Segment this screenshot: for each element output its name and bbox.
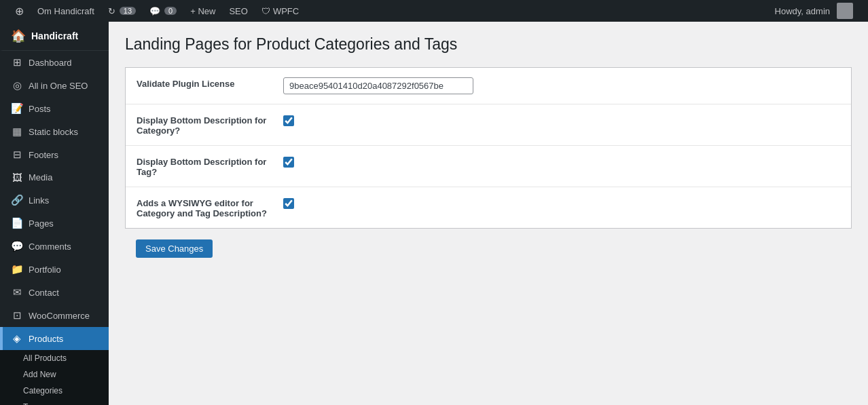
settings-form: Validate Plugin License Display Bottom D… bbox=[125, 67, 852, 229]
sidebar-item-label: Pages bbox=[29, 218, 54, 229]
tag-desc-checkbox[interactable] bbox=[283, 157, 294, 168]
sidebar-item-woocommerce[interactable]: ⊡ WooCommerce bbox=[0, 304, 109, 327]
sidebar-site-name[interactable]: 🏠 Handicraft bbox=[0, 22, 109, 51]
sidebar-item-label: All in One SEO bbox=[29, 81, 88, 91]
license-input[interactable] bbox=[283, 77, 473, 94]
settings-control-license bbox=[283, 77, 840, 94]
pages-icon: 📄 bbox=[11, 217, 23, 229]
comments-icon: 💬 bbox=[149, 6, 160, 16]
adminbar-wpfc[interactable]: 🛡 WPFC bbox=[255, 0, 306, 22]
sidebar-item-label: Static blocks bbox=[29, 127, 78, 137]
wysiwyg-checkbox[interactable] bbox=[283, 198, 294, 209]
adminbar-wp-icon[interactable]: ⊕ bbox=[8, 0, 31, 22]
posts-icon: 📝 bbox=[11, 102, 23, 115]
sidebar-item-label: Posts bbox=[29, 104, 51, 114]
static-blocks-icon: ▦ bbox=[11, 126, 23, 138]
links-icon: 🔗 bbox=[11, 194, 23, 206]
site-name-text: Om Handicraft bbox=[37, 6, 94, 16]
sidebar: 🏠 Handicraft ⊞ Dashboard ◎ All in One SE… bbox=[0, 22, 109, 405]
woocommerce-icon: ⊡ bbox=[11, 309, 23, 322]
category-desc-checkbox[interactable] bbox=[283, 115, 294, 126]
admin-bar: ⊕ Om Handicraft ↻ 13 💬 0 + New SEO 🛡 WPF… bbox=[0, 0, 868, 22]
adminbar-site-name[interactable]: Om Handicraft bbox=[31, 0, 101, 22]
save-changes-button[interactable]: Save Changes bbox=[136, 239, 213, 258]
adminbar-user[interactable]: Howdy, admin bbox=[768, 0, 860, 22]
main-content: Landing Pages for Product Categories and… bbox=[109, 22, 868, 405]
sidebar-item-label: Media bbox=[29, 172, 52, 182]
adminbar-seo[interactable]: SEO bbox=[222, 0, 254, 22]
submenu-tags[interactable]: Tags bbox=[0, 399, 109, 405]
sidebar-item-label: Comments bbox=[29, 242, 71, 252]
comments-icon: 💬 bbox=[11, 240, 23, 252]
submenu-label: All Products bbox=[23, 353, 67, 363]
sidebar-item-allinone-seo[interactable]: ◎ All in One SEO bbox=[0, 74, 109, 97]
sidebar-item-contact[interactable]: ✉ Contact bbox=[0, 281, 109, 304]
sidebar-item-label: Products bbox=[29, 334, 63, 344]
comments-count: 0 bbox=[164, 7, 177, 15]
settings-row-tag-desc: Display Bottom Description for Tag? bbox=[126, 146, 851, 187]
sidebar-item-footers[interactable]: ⊟ Footers bbox=[0, 143, 109, 166]
settings-control-category-desc bbox=[283, 114, 840, 128]
media-icon: 🖼 bbox=[11, 172, 23, 183]
settings-label-wysiwyg: Adds a WYSIWYG editor for Category and T… bbox=[137, 197, 272, 218]
sidebar-item-label: Dashboard bbox=[29, 58, 72, 68]
settings-row-wysiwyg: Adds a WYSIWYG editor for Category and T… bbox=[126, 187, 851, 228]
updates-count: 13 bbox=[120, 7, 136, 15]
settings-control-tag-desc bbox=[283, 155, 840, 170]
sidebar-item-dashboard[interactable]: ⊞ Dashboard bbox=[0, 51, 109, 74]
sidebar-item-label: WooCommerce bbox=[29, 311, 90, 321]
new-label: + New bbox=[190, 6, 215, 16]
wp-logo-icon: ⊕ bbox=[15, 5, 24, 18]
seo-label: SEO bbox=[229, 6, 247, 16]
howdy-text: Howdy, admin bbox=[775, 6, 830, 16]
settings-label-tag-desc: Display Bottom Description for Tag? bbox=[137, 155, 272, 177]
sidebar-item-pages[interactable]: 📄 Pages bbox=[0, 212, 109, 235]
settings-row-license: Validate Plugin License bbox=[126, 68, 851, 104]
sidebar-item-label: Links bbox=[29, 195, 49, 206]
adminbar-comments[interactable]: 💬 0 bbox=[143, 0, 183, 22]
updates-icon: ↻ bbox=[108, 6, 115, 16]
portfolio-icon: 📁 bbox=[11, 263, 23, 275]
settings-label-license: Validate Plugin License bbox=[137, 77, 272, 89]
submenu-label: Categories bbox=[23, 386, 62, 396]
dashboard-icon: ⊞ bbox=[11, 56, 23, 69]
sidebar-item-comments[interactable]: 💬 Comments bbox=[0, 235, 109, 258]
adminbar-new[interactable]: + New bbox=[183, 0, 222, 22]
adminbar-updates[interactable]: ↻ 13 bbox=[101, 0, 143, 22]
sidebar-site-label: Handicraft bbox=[31, 31, 78, 41]
footers-icon: ⊟ bbox=[11, 149, 23, 161]
contact-icon: ✉ bbox=[11, 286, 23, 298]
submenu-add-new[interactable]: Add New bbox=[0, 366, 109, 383]
submenu-all-products[interactable]: All Products bbox=[0, 350, 109, 366]
seo-icon: ◎ bbox=[11, 79, 23, 92]
sidebar-item-label: Footers bbox=[29, 150, 58, 160]
products-submenu: All Products Add New Categories Tags Att… bbox=[0, 350, 109, 405]
wpfc-icon: 🛡 bbox=[261, 6, 270, 16]
submenu-categories[interactable]: Categories bbox=[0, 383, 109, 399]
sidebar-item-label: Contact bbox=[29, 288, 59, 298]
sidebar-item-posts[interactable]: 📝 Posts bbox=[0, 97, 109, 120]
wpfc-label: WPFC bbox=[273, 6, 299, 16]
settings-label-category-desc: Display Bottom Description for Category? bbox=[137, 114, 272, 136]
settings-row-category-desc: Display Bottom Description for Category? bbox=[126, 104, 851, 146]
sidebar-item-media[interactable]: 🖼 Media bbox=[0, 166, 109, 189]
products-icon: ◈ bbox=[11, 332, 23, 345]
submenu-label: Add New bbox=[23, 370, 56, 379]
sidebar-item-static-blocks[interactable]: ▦ Static blocks bbox=[0, 120, 109, 143]
sidebar-item-portfolio[interactable]: 📁 Portfolio bbox=[0, 258, 109, 281]
sidebar-item-links[interactable]: 🔗 Links bbox=[0, 189, 109, 212]
user-avatar bbox=[837, 3, 853, 19]
sidebar-item-label: Portfolio bbox=[29, 265, 61, 275]
page-title: Landing Pages for Product Categories and… bbox=[125, 35, 852, 54]
sidebar-item-products[interactable]: ◈ Products bbox=[0, 327, 109, 350]
settings-control-wysiwyg bbox=[283, 197, 840, 211]
sidebar-site-icon: 🏠 bbox=[11, 28, 26, 43]
submenu-label: Tags bbox=[23, 402, 40, 405]
